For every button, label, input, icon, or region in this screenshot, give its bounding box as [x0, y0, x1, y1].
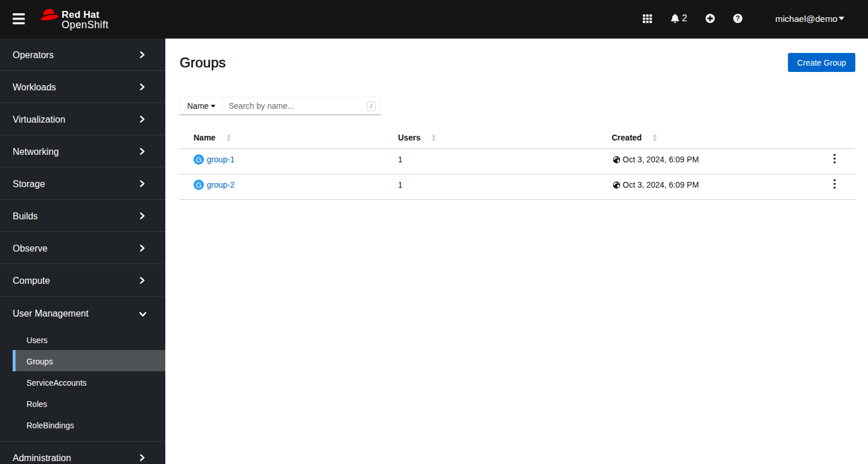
svg-text:?: ? [736, 14, 740, 22]
